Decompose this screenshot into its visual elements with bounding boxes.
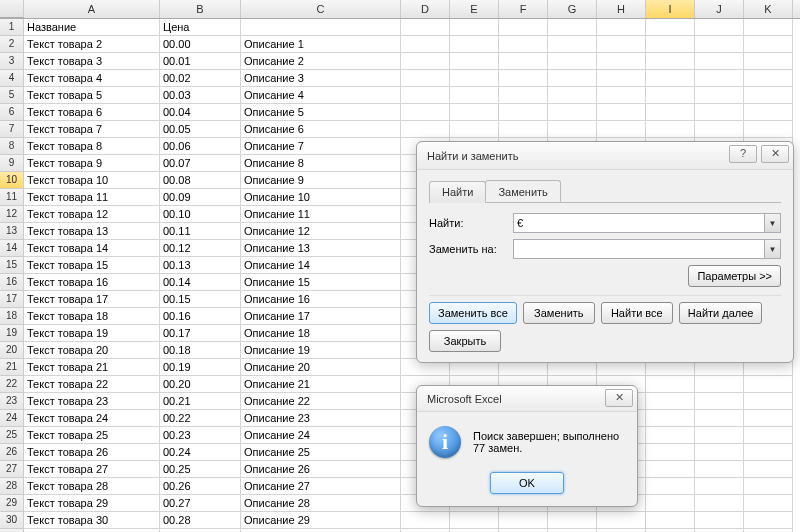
cell[interactable]: 00.16 [160, 308, 241, 325]
cell[interactable] [695, 19, 744, 36]
column-header-B[interactable]: B [160, 0, 241, 18]
cell[interactable]: Описание 1 [241, 36, 401, 53]
cell[interactable] [695, 495, 744, 512]
cell[interactable]: Описание 3 [241, 70, 401, 87]
row-header[interactable]: 14 [0, 240, 24, 257]
row-header[interactable]: 19 [0, 325, 24, 342]
cell[interactable]: Текст товара 4 [24, 70, 160, 87]
cell[interactable] [695, 427, 744, 444]
row-header[interactable]: 6 [0, 104, 24, 121]
row-header[interactable]: 16 [0, 274, 24, 291]
cell[interactable] [695, 70, 744, 87]
cell[interactable] [695, 121, 744, 138]
cell[interactable] [646, 427, 695, 444]
ok-button[interactable]: OK [490, 472, 564, 494]
cell[interactable] [744, 36, 793, 53]
cell[interactable]: 00.04 [160, 104, 241, 121]
cell[interactable]: 00.26 [160, 478, 241, 495]
cell[interactable]: Описание 18 [241, 325, 401, 342]
cell[interactable]: Описание 25 [241, 444, 401, 461]
cell[interactable]: Текст товара 12 [24, 206, 160, 223]
cell[interactable] [597, 36, 646, 53]
cell[interactable]: Описание 20 [241, 359, 401, 376]
dropdown-icon[interactable]: ▼ [764, 213, 781, 233]
cell[interactable] [499, 87, 548, 104]
cell[interactable]: Текст товара 18 [24, 308, 160, 325]
cell[interactable] [548, 104, 597, 121]
cell[interactable]: Текст товара 29 [24, 495, 160, 512]
cell[interactable] [695, 461, 744, 478]
row-header[interactable]: 7 [0, 121, 24, 138]
cell[interactable] [401, 87, 450, 104]
cell[interactable] [401, 19, 450, 36]
cell[interactable]: Описание 6 [241, 121, 401, 138]
close-dialog-button[interactable]: Закрыть [429, 330, 501, 352]
row-header[interactable]: 12 [0, 206, 24, 223]
cell[interactable]: Текст товара 21 [24, 359, 160, 376]
cell[interactable]: Название [24, 19, 160, 36]
cell[interactable]: Текст товара 15 [24, 257, 160, 274]
row-header[interactable]: 11 [0, 189, 24, 206]
cell[interactable]: Описание 29 [241, 512, 401, 529]
cell[interactable] [646, 70, 695, 87]
cell[interactable] [744, 87, 793, 104]
cell[interactable] [548, 36, 597, 53]
cell[interactable] [744, 444, 793, 461]
cell[interactable] [695, 393, 744, 410]
tab-find[interactable]: Найти [429, 181, 486, 203]
select-all-corner[interactable] [0, 0, 24, 18]
cell[interactable]: Описание 27 [241, 478, 401, 495]
cell[interactable] [401, 53, 450, 70]
row-header[interactable]: 29 [0, 495, 24, 512]
cell[interactable] [597, 121, 646, 138]
cell[interactable]: Текст товара 14 [24, 240, 160, 257]
cell[interactable]: 00.05 [160, 121, 241, 138]
tab-replace[interactable]: Заменить [485, 180, 560, 202]
column-header-J[interactable]: J [695, 0, 744, 18]
msgbox-close-button[interactable]: ✕ [605, 389, 633, 407]
parameters-button[interactable]: Параметры >> [688, 265, 781, 287]
row-header[interactable]: 2 [0, 36, 24, 53]
find-next-button[interactable]: Найти далее [679, 302, 763, 324]
cell[interactable]: Текст товара 17 [24, 291, 160, 308]
cell[interactable]: Текст товара 25 [24, 427, 160, 444]
cell[interactable]: Текст товара 22 [24, 376, 160, 393]
row-header[interactable]: 27 [0, 461, 24, 478]
cell[interactable]: Описание 7 [241, 138, 401, 155]
cell[interactable] [646, 87, 695, 104]
cell[interactable] [597, 512, 646, 529]
cell[interactable] [744, 410, 793, 427]
row-header[interactable]: 3 [0, 53, 24, 70]
cell[interactable] [450, 70, 499, 87]
row-header[interactable]: 30 [0, 512, 24, 529]
cell[interactable]: Описание 5 [241, 104, 401, 121]
column-header-A[interactable]: A [24, 0, 160, 18]
cell[interactable] [241, 19, 401, 36]
cell[interactable]: 00.01 [160, 53, 241, 70]
find-input[interactable] [513, 213, 764, 233]
cell[interactable] [450, 104, 499, 121]
cell[interactable] [450, 53, 499, 70]
row-header[interactable]: 4 [0, 70, 24, 87]
replace-button[interactable]: Заменить [523, 302, 595, 324]
cell[interactable] [450, 512, 499, 529]
row-header[interactable]: 25 [0, 427, 24, 444]
cell[interactable]: Описание 10 [241, 189, 401, 206]
cell[interactable] [695, 410, 744, 427]
row-header[interactable]: 13 [0, 223, 24, 240]
cell[interactable] [695, 36, 744, 53]
cell[interactable]: Текст товара 2 [24, 36, 160, 53]
cell[interactable] [548, 19, 597, 36]
cell[interactable]: Текст товара 11 [24, 189, 160, 206]
cell[interactable]: Описание 24 [241, 427, 401, 444]
column-header-K[interactable]: K [744, 0, 793, 18]
replace-all-button[interactable]: Заменить все [429, 302, 517, 324]
cell[interactable]: Текст товара 27 [24, 461, 160, 478]
cell[interactable]: Текст товара 10 [24, 172, 160, 189]
cell[interactable] [548, 53, 597, 70]
cell[interactable] [499, 512, 548, 529]
cell[interactable] [646, 444, 695, 461]
cell[interactable]: 00.14 [160, 274, 241, 291]
cell[interactable]: 00.03 [160, 87, 241, 104]
cell[interactable] [646, 104, 695, 121]
